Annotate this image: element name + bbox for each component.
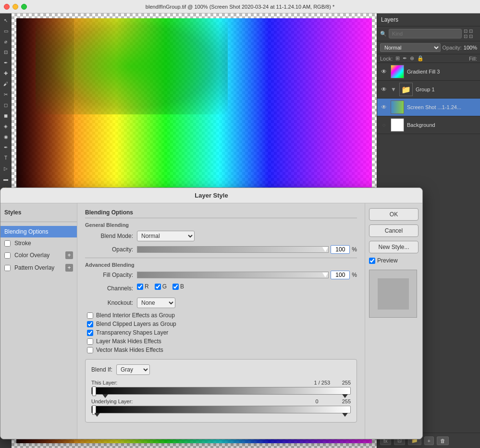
- fill-label: Fill:: [469, 56, 477, 62]
- delete-layer-button[interactable]: 🗑: [437, 436, 449, 445]
- tool-type[interactable]: T: [1, 153, 11, 162]
- tool-eyedropper[interactable]: ✒: [1, 58, 11, 67]
- folder-icon: 📁: [401, 85, 411, 94]
- tool-pen[interactable]: ✒: [1, 142, 11, 152]
- expand-arrow-group[interactable]: ▼: [391, 86, 396, 93]
- opacity-slider[interactable]: [137, 246, 329, 253]
- this-layer-val3: 255: [342, 380, 351, 386]
- tool-clone[interactable]: ✂: [1, 89, 11, 99]
- ok-button[interactable]: OK: [369, 208, 418, 221]
- channel-r-checkbox[interactable]: [137, 284, 143, 290]
- layer-item-screenshot[interactable]: 👁 Screen Shot ...1-1.24...: [377, 99, 480, 116]
- knockout-dropdown[interactable]: None: [137, 298, 175, 308]
- transparency-shapes-checkbox[interactable]: [87, 330, 93, 336]
- sidebar-item-stroke[interactable]: Stroke: [0, 237, 77, 249]
- channel-g-text: G: [162, 283, 167, 290]
- canvas-green-cloud: [36, 18, 228, 114]
- this-layer-arrow-right[interactable]: [342, 394, 348, 398]
- layer-name-background: Background: [407, 122, 477, 128]
- blend-interior-checkbox[interactable]: [87, 312, 93, 319]
- new-style-button[interactable]: New Style...: [369, 241, 418, 253]
- layer-visibility-gradient[interactable]: 👁: [380, 68, 388, 75]
- sidebar-item-color-overlay[interactable]: Color Overlay +: [0, 249, 77, 261]
- channels-checkboxes: R G B: [137, 283, 184, 290]
- blend-mode-select[interactable]: Normal: [380, 43, 441, 52]
- layer-visibility-screenshot[interactable]: 👁: [380, 103, 388, 111]
- tool-eraser[interactable]: ◻: [1, 100, 11, 110]
- underlying-arrow-left[interactable]: [94, 413, 100, 417]
- tool-brush[interactable]: 🖌: [1, 79, 11, 88]
- lock-label: Lock:: [380, 56, 393, 62]
- pattern-overlay-checkbox[interactable]: [4, 265, 11, 271]
- blend-if-label: Blend If:: [91, 366, 112, 373]
- lock-transparent-icon[interactable]: ⊞: [395, 55, 400, 62]
- tool-crop[interactable]: ⊡: [1, 47, 11, 57]
- preview-inner: [378, 278, 409, 310]
- channel-b-text: B: [180, 283, 184, 290]
- underlying-layer-row: Underlying Layer: 0 255: [91, 398, 351, 413]
- cancel-button[interactable]: Cancel: [369, 224, 418, 237]
- general-blending-label: General Blending: [85, 222, 357, 228]
- vector-mask-hides-checkbox[interactable]: [87, 347, 93, 353]
- tool-select[interactable]: ▭: [1, 26, 11, 36]
- tool-heal[interactable]: ✚: [1, 68, 11, 78]
- layer-item-background[interactable]: ○ Background: [377, 116, 480, 134]
- search-icon: 🔍: [380, 31, 387, 37]
- layer-item-gradient-fill[interactable]: 👁 Gradient Fill 3: [377, 63, 480, 81]
- this-layer-arrow-left[interactable]: [102, 394, 108, 398]
- tool-shape[interactable]: ▬: [1, 174, 11, 184]
- maximize-button[interactable]: [21, 4, 27, 10]
- close-button[interactable]: [4, 4, 10, 10]
- color-overlay-add-button[interactable]: +: [65, 251, 73, 259]
- opacity-label: Opacity:: [443, 45, 462, 50]
- blend-clipped-label: Blend Clipped Layers as Group: [96, 321, 176, 327]
- layers-search-input[interactable]: [389, 29, 462, 38]
- channel-b-checkbox[interactable]: [172, 284, 179, 290]
- layers-panel-title: Layers: [377, 13, 480, 26]
- layer-style-dialog[interactable]: Layer Style Styles Blending Options Stro…: [0, 187, 423, 439]
- blend-clipped-checkbox[interactable]: [87, 321, 93, 327]
- layer-visibility-group[interactable]: 👁: [380, 86, 388, 93]
- lock-position-icon[interactable]: ⊕: [410, 55, 414, 62]
- fill-opacity-slider[interactable]: [137, 272, 329, 278]
- sidebar-item-blending-options[interactable]: Blending Options: [0, 226, 77, 237]
- layer-thumb-gradient: [391, 65, 404, 78]
- lock-paint-icon[interactable]: ✒: [403, 55, 407, 62]
- tool-dodge[interactable]: ◉: [1, 132, 11, 141]
- tool-move[interactable]: ↖: [1, 15, 11, 25]
- dialog-main-content: Blending Options General Blending Blend …: [77, 203, 365, 439]
- tool-path-select[interactable]: ▷: [1, 163, 11, 173]
- layer-mask-hides-checkbox[interactable]: [87, 338, 93, 345]
- layer-thumb-group: 📁: [399, 83, 413, 96]
- transparency-shapes-item: Transparency Shapes Layer: [87, 329, 357, 336]
- checkboxes-group: Blend Interior Effects as Group Blend Cl…: [85, 312, 357, 353]
- new-layer-button[interactable]: +: [424, 436, 434, 445]
- underlying-layer-label: Underlying Layer:: [91, 398, 133, 404]
- channel-g-checkbox[interactable]: [155, 284, 161, 290]
- tool-blur[interactable]: ◈: [1, 121, 11, 131]
- dialog-sidebar: Styles Blending Options Stroke Color Ove…: [0, 203, 77, 439]
- pattern-overlay-add-button[interactable]: +: [65, 264, 73, 272]
- this-layer-thumb-left[interactable]: [92, 386, 96, 396]
- minimize-button[interactable]: [12, 4, 18, 10]
- blend-if-dropdown[interactable]: Gray: [116, 364, 150, 375]
- channel-r-text: R: [145, 283, 149, 290]
- underlying-layer-slider-track[interactable]: [91, 406, 351, 413]
- fill-opacity-input[interactable]: 100: [331, 271, 350, 279]
- color-overlay-checkbox[interactable]: [4, 252, 11, 259]
- underlying-arrow-right[interactable]: [342, 413, 348, 417]
- lock-all-icon[interactable]: 🔒: [417, 55, 424, 62]
- tool-gradient[interactable]: ◼: [1, 111, 11, 120]
- sidebar-item-pattern-overlay[interactable]: Pattern Overlay +: [0, 261, 77, 274]
- layer-name-group: Group 1: [416, 87, 477, 92]
- blend-mode-dropdown[interactable]: Normal: [137, 231, 195, 241]
- preview-checkbox[interactable]: [369, 258, 375, 264]
- layer-item-group[interactable]: 👁 ▼ 📁 Group 1: [377, 81, 480, 99]
- this-layer-values: 1 / 253 255: [314, 380, 351, 386]
- layer-mask-hides-label: Layer Mask Hides Effects: [96, 338, 161, 345]
- this-layer-slider-track[interactable]: [91, 387, 351, 395]
- opacity-input[interactable]: 100: [331, 245, 350, 254]
- channel-g-label: G: [155, 283, 167, 290]
- tool-lasso[interactable]: ⌀: [1, 37, 11, 46]
- stroke-checkbox[interactable]: [4, 240, 11, 247]
